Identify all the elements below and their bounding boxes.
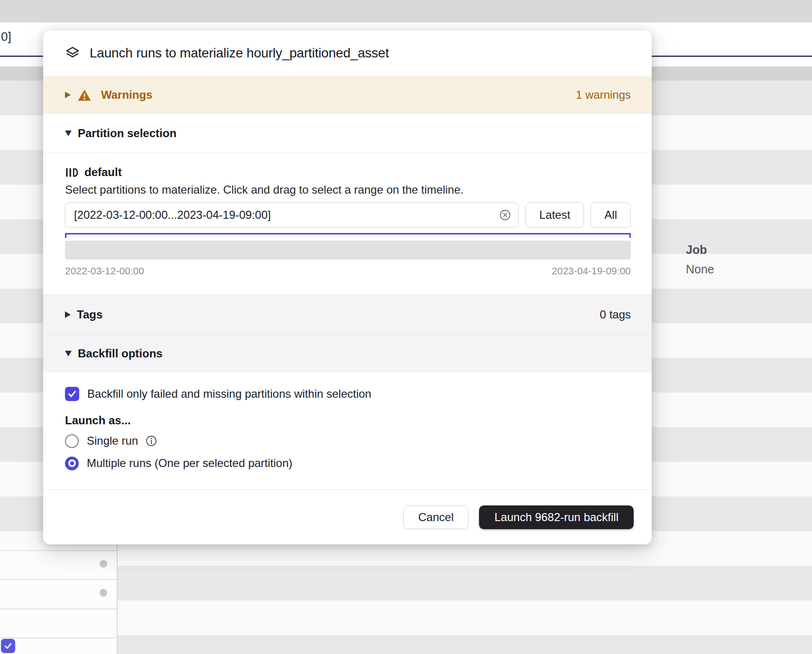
checkbox-checked[interactable]	[65, 387, 79, 401]
single-run-radio-row[interactable]: Single run	[65, 434, 631, 448]
partition-selection-section-header[interactable]: Partition selection	[43, 114, 652, 153]
launch-backfill-dialog: Launch runs to materialize hourly_partit…	[43, 30, 652, 544]
latest-button[interactable]: Latest	[526, 202, 584, 228]
radio-ring	[68, 459, 76, 467]
partition-selection-body: default Select partitions to materialize…	[43, 153, 652, 294]
warning-triangle-icon	[77, 89, 92, 102]
timeline-selection-bracket	[65, 233, 631, 238]
checkbox-label: Backfill only failed and missing partiti…	[87, 387, 371, 401]
row-checkbox	[1, 639, 15, 653]
cancel-button[interactable]: Cancel	[403, 505, 469, 529]
radio-selected[interactable]	[65, 457, 79, 470]
screen: 0] Job None Launch runs to materia	[0, 0, 812, 654]
backfill-options-body: Backfill only failed and missing partiti…	[43, 372, 652, 489]
clear-selection-button[interactable]	[499, 209, 511, 221]
timeline-labels: 2022-03-12-00:00 2023-04-19-09:00	[65, 265, 631, 277]
background-clipped-text: 0]	[1, 29, 11, 44]
partition-range-input-wrap	[65, 202, 519, 228]
info-icon	[145, 435, 157, 447]
backfill-options-section-header[interactable]: Backfill options	[43, 335, 652, 372]
tags-header-label: Tags	[77, 308, 102, 321]
dialog-footer: Cancel Launch 9682-run backfill	[43, 489, 652, 544]
radio-unselected[interactable]	[65, 434, 79, 448]
partition-selection-header-label: Partition selection	[78, 127, 176, 140]
background-top-band	[0, 0, 812, 22]
check-icon	[67, 389, 77, 399]
status-dot-icon	[100, 589, 107, 597]
panel-row-divider	[0, 608, 117, 609]
all-button[interactable]: All	[591, 202, 631, 228]
warnings-label: Warnings	[101, 88, 152, 102]
clear-circle-x-icon	[499, 209, 511, 221]
dimension-row: default	[65, 165, 631, 179]
partition-instructions: Select partitions to materialize. Click …	[65, 183, 631, 196]
dialog-header: Launch runs to materialize hourly_partit…	[43, 30, 652, 76]
dimension-name: default	[84, 166, 122, 179]
multiple-runs-label: Multiple runs (One per selected partitio…	[87, 457, 293, 470]
partition-input-row: Latest All	[65, 202, 631, 228]
launch-as-label: Launch as...	[65, 414, 631, 427]
chevron-down-icon	[65, 131, 72, 136]
radio-dot	[70, 461, 74, 465]
range-start-label: 2022-03-12-00:00	[65, 265, 144, 277]
status-dot-icon	[100, 560, 107, 568]
single-run-info-button[interactable]	[145, 435, 157, 447]
panel-row-divider	[0, 637, 117, 638]
dialog-title: Launch runs to materialize hourly_partit…	[90, 46, 389, 61]
backfill-options-header-label: Backfill options	[78, 347, 163, 360]
materialize-layers-icon	[65, 46, 80, 61]
multiple-runs-radio-row[interactable]: Multiple runs (One per selected partitio…	[65, 456, 631, 470]
range-end-label: 2023-04-19-09:00	[552, 265, 631, 277]
tags-section-header[interactable]: Tags 0 tags	[43, 294, 652, 335]
panel-row-divider	[0, 550, 117, 551]
background-left-panel	[0, 544, 118, 654]
partition-set-icon	[65, 166, 78, 179]
chevron-down-icon	[65, 351, 72, 356]
warnings-section-header[interactable]: Warnings 1 warnings	[43, 76, 652, 114]
job-column-label: Job	[686, 243, 714, 257]
check-icon	[3, 641, 13, 651]
partition-timeline[interactable]	[65, 241, 631, 260]
panel-row-divider	[0, 579, 117, 580]
chevron-right-icon	[65, 311, 71, 318]
warnings-count: 1 warnings	[576, 88, 631, 102]
tags-count: 0 tags	[600, 308, 631, 321]
partition-range-input[interactable]	[65, 202, 519, 228]
failed-missing-checkbox-row[interactable]: Backfill only failed and missing partiti…	[65, 386, 631, 402]
single-run-label: Single run	[87, 434, 138, 448]
chevron-right-icon	[65, 92, 71, 98]
launch-backfill-button[interactable]: Launch 9682-run backfill	[479, 505, 634, 529]
background-job-column: Job None	[686, 243, 714, 276]
job-column-value: None	[686, 262, 714, 276]
